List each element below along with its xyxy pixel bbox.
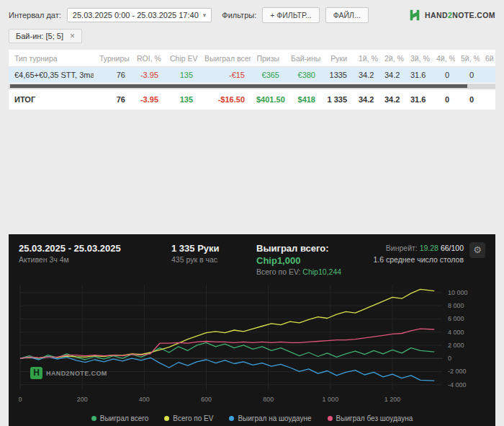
- table-row[interactable]: €4,65+€0,35 STT, 3max76-3.95135-€15€365€…: [9, 67, 495, 84]
- svg-text:200: 200: [77, 396, 88, 403]
- legend-dot-icon: [164, 416, 169, 421]
- table-cell: 34.2: [379, 67, 405, 84]
- table-cell: 31.6: [405, 89, 431, 110]
- date-range-value: 25.03.2025 0:00 - 25.03.2025 17:40: [73, 11, 199, 19]
- column-header[interactable]: 2й, %: [379, 50, 405, 67]
- table-cell: 0: [431, 67, 455, 84]
- tab-buyin[interactable]: Бай-ин: [5; 5] ×: [9, 29, 82, 43]
- svg-text:10 000: 10 000: [448, 289, 468, 296]
- legend-item[interactable]: Всего по EV: [164, 414, 213, 422]
- stats-table-card: Тип турнираТурнирыROI, %Chip EVВыиграл в…: [9, 50, 495, 110]
- date-range-input[interactable]: 25.03.2025 0:00 - 25.03.2025 17:40 ▾: [67, 8, 212, 22]
- legend-dot-icon: [328, 416, 333, 421]
- scrollbar-thumb[interactable]: [10, 84, 467, 88]
- table-cell: ИТОГ: [9, 89, 94, 110]
- panel-active-time: Активен 3ч 4м: [19, 254, 171, 265]
- legend-label: Всего по EV: [173, 414, 213, 422]
- session-chart-panel: 25.03.2025 - 25.03.2025 Активен 3ч 4м 1 …: [9, 234, 495, 426]
- svg-text:8 000: 8 000: [448, 302, 464, 309]
- tab-label: Бай-ин: [5; 5]: [16, 32, 63, 40]
- column-header[interactable]: 4й, %: [431, 50, 455, 67]
- toolbar: Интервал дат: 25.03.2025 0:00 - 25.03.20…: [0, 0, 504, 29]
- horizontal-scrollbar[interactable]: [9, 84, 495, 89]
- table-cell: 135: [164, 89, 199, 110]
- table-cell: $401.50: [251, 89, 285, 110]
- table-cell: €4,65+€0,35 STT, 3max: [9, 67, 94, 84]
- column-header[interactable]: Тип турнира: [9, 50, 94, 67]
- column-header[interactable]: Руки: [321, 50, 353, 67]
- column-header[interactable]: 5й, %: [455, 50, 480, 67]
- table-cell: 0: [455, 67, 480, 84]
- column-header[interactable]: 1й, %: [353, 50, 379, 67]
- svg-text:0: 0: [19, 396, 22, 403]
- table-cell: 0: [455, 89, 480, 110]
- column-header[interactable]: 3й, %: [405, 50, 431, 67]
- hand2note-brand-text: HAND2NOTE.COM: [425, 11, 495, 19]
- filters-label: Фильтры:: [222, 11, 256, 19]
- total-row[interactable]: ИТОГ76-3.95135-$16.50$401.50$4181 33534.…: [9, 89, 495, 110]
- svg-text:1 000: 1 000: [323, 396, 339, 403]
- date-interval-label: Интервал дат:: [9, 11, 61, 19]
- legend-item[interactable]: Выиграл всего: [91, 414, 149, 422]
- hand2note-window: Интервал дат: 25.03.2025 0:00 - 25.03.20…: [0, 0, 504, 426]
- table-cell: 0: [431, 89, 455, 110]
- legend-item[interactable]: Выиграл без шоудауна: [328, 414, 413, 422]
- winnings-line-chart: 02004006008001 0001 20010 0008 0006 0004…: [19, 282, 485, 410]
- column-header[interactable]: Chip EV: [164, 50, 199, 67]
- svg-text:1 200: 1 200: [384, 396, 401, 403]
- table-cell: 31.6: [405, 67, 431, 84]
- table-cell: 76: [94, 89, 131, 110]
- add-filter-button[interactable]: + ФИЛЬТР...: [262, 7, 320, 23]
- table-cell: 34.2: [379, 89, 405, 110]
- svg-text:6 000: 6 000: [448, 315, 464, 322]
- legend-label: Выиграл без шоудауна: [336, 414, 413, 422]
- table-cell: -$16.50: [199, 89, 251, 110]
- table-cell: [480, 89, 495, 110]
- gear-icon[interactable]: ⚙: [469, 242, 485, 258]
- svg-text:800: 800: [263, 396, 274, 403]
- legend-label: Выиграл на шоудауне: [238, 414, 311, 422]
- column-header[interactable]: Призы: [251, 50, 285, 67]
- table-cell: 34.2: [353, 67, 379, 84]
- table-cell: -3.95: [131, 67, 164, 84]
- panel-avg-tables: 1.6 среднее число столов: [373, 254, 464, 265]
- panel-hands-per-hour: 435 рук в час: [171, 254, 256, 265]
- chevron-down-icon: ▾: [203, 12, 207, 19]
- legend-item[interactable]: Выиграл на шоудауне: [229, 414, 311, 422]
- totals-table: ИТОГ76-3.95135-$16.50$401.50$4181 33534.…: [9, 89, 495, 110]
- hand2note-watermark-icon: H: [30, 367, 42, 379]
- hand2note-logo: HAND2NOTE.COM: [408, 9, 495, 22]
- hand2note-watermark: H HAND2NOTE.COM: [30, 367, 107, 379]
- column-header[interactable]: Выиграл всего: [199, 50, 251, 67]
- panel-ev-total: Всего по EV: Chip10,244: [256, 267, 373, 278]
- svg-text:400: 400: [139, 396, 150, 403]
- column-header[interactable]: ROI, %: [131, 50, 164, 67]
- table-cell: -€15: [199, 67, 251, 84]
- stats-table: Тип турнираТурнирыROI, %Chip EVВыиграл в…: [9, 50, 495, 83]
- hand2note-logo-icon: [408, 9, 421, 22]
- file-button[interactable]: ФАЙЛ...: [325, 7, 369, 23]
- legend-dot-icon: [91, 416, 96, 421]
- close-icon[interactable]: ×: [70, 32, 75, 40]
- chart-panel-header: 25.03.2025 - 25.03.2025 Активен 3ч 4м 1 …: [9, 234, 495, 278]
- panel-won-total: Выиграл всего: Chip1,000: [256, 242, 373, 267]
- table-cell: 1335: [321, 67, 353, 84]
- svg-text:4 000: 4 000: [448, 329, 464, 336]
- tab-bar: Бай-ин: [5; 5] ×: [0, 29, 504, 48]
- column-header[interactable]: 6й: [480, 50, 495, 67]
- table-cell: 34.2: [353, 89, 379, 110]
- svg-text:2 000: 2 000: [448, 342, 464, 349]
- legend-label: Выиграл всего: [100, 414, 149, 422]
- svg-text:0: 0: [448, 355, 451, 362]
- column-header[interactable]: Бай-ины: [285, 50, 321, 67]
- table-cell: -3.95: [131, 89, 164, 110]
- table-cell: $418: [285, 89, 321, 110]
- svg-text:600: 600: [201, 396, 212, 403]
- chart-legend: Выиграл всегоВсего по EVВыиграл на шоуда…: [9, 413, 495, 422]
- table-cell: €365: [251, 67, 285, 84]
- chart-area: 02004006008001 0001 20010 0008 0006 0004…: [9, 278, 495, 413]
- column-header[interactable]: Турниры: [94, 50, 131, 67]
- svg-text:-2 000: -2 000: [448, 368, 467, 375]
- table-cell: 1 335: [321, 89, 353, 110]
- svg-text:-4 000: -4 000: [448, 381, 467, 389]
